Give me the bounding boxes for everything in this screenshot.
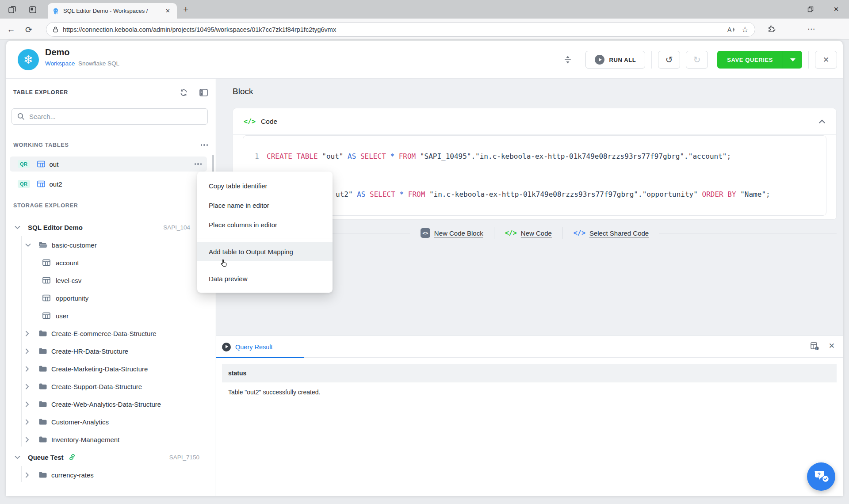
query-result-panel: Query Result i ✕ status Table "out2" suc… bbox=[216, 336, 843, 496]
tree-folder-item[interactable]: Create-HR-Data-Structure bbox=[6, 342, 215, 360]
chevron-right-icon[interactable] bbox=[25, 331, 29, 336]
tree-folder-item[interactable]: Create-Web-Analytics-Data-Structure bbox=[6, 395, 215, 413]
divider-line bbox=[659, 233, 837, 233]
collapse-code-icon[interactable] bbox=[818, 119, 826, 124]
folder-icon bbox=[38, 471, 47, 478]
working-table-row[interactable]: QRout bbox=[10, 157, 207, 172]
svg-text:i: i bbox=[816, 347, 817, 350]
query-result-tab[interactable]: Query Result bbox=[216, 336, 304, 358]
tree-folder-item[interactable]: Create-Support-Data-Structure bbox=[6, 378, 215, 395]
run-all-button[interactable]: RUN ALL bbox=[585, 51, 645, 69]
undo-button[interactable]: ↺ bbox=[658, 51, 680, 69]
chevron-down-icon[interactable] bbox=[25, 243, 31, 247]
help-chat-button[interactable]: ? bbox=[807, 462, 835, 491]
query-play-icon bbox=[222, 343, 231, 351]
url-bar[interactable]: https://connection.keboola.com/admin/pro… bbox=[46, 22, 755, 37]
tree-folder-item[interactable]: Create-Marketing-Data-Structure bbox=[6, 360, 215, 378]
tree-project-item[interactable]: Queue TestSAPI_7150 bbox=[6, 448, 215, 466]
working-tables-menu-icon[interactable] bbox=[201, 144, 208, 146]
tab-actions-icon[interactable] bbox=[27, 4, 38, 15]
workspace-breadcrumb-link[interactable]: Workspace bbox=[45, 60, 75, 67]
chevron-right-icon[interactable] bbox=[25, 366, 29, 372]
folder-icon bbox=[38, 365, 47, 372]
result-column-header: status bbox=[222, 364, 837, 382]
tree-folder-item[interactable]: basic-customer bbox=[6, 236, 215, 254]
working-table-row[interactable]: QRout2 bbox=[10, 176, 207, 191]
chevron-down-icon[interactable] bbox=[15, 455, 20, 459]
tree-table-item[interactable]: opportunity bbox=[6, 289, 215, 307]
close-result-icon[interactable]: ✕ bbox=[829, 341, 835, 351]
folder-icon bbox=[38, 401, 47, 408]
favorites-star-icon[interactable]: ☆ bbox=[742, 25, 749, 34]
close-workspace-button[interactable]: ✕ bbox=[815, 51, 837, 69]
tab-close-icon[interactable]: ✕ bbox=[163, 7, 172, 15]
redo-button[interactable]: ↻ bbox=[686, 51, 708, 69]
browser-tab[interactable]: SQL Editor Demo - Workspaces / ✕ bbox=[48, 3, 177, 19]
tree-table-item[interactable]: account bbox=[6, 254, 215, 271]
tree-table-item[interactable]: user bbox=[6, 307, 215, 325]
chevron-right-icon[interactable] bbox=[25, 401, 29, 407]
tree-table-item[interactable]: level-csv bbox=[6, 271, 215, 289]
chevron-right-icon[interactable] bbox=[25, 419, 29, 425]
search-input[interactable] bbox=[29, 113, 202, 120]
chevron-right-icon[interactable] bbox=[25, 472, 29, 478]
url-text[interactable]: https://connection.keboola.com/admin/pro… bbox=[63, 26, 722, 33]
split-view-icon[interactable] bbox=[564, 55, 572, 64]
tree-project-item[interactable]: SQL Editor DemoSAPI_104 bbox=[6, 218, 215, 236]
new-tab-button[interactable]: + bbox=[183, 4, 188, 15]
code-icon: </> bbox=[244, 118, 256, 126]
folder-open-icon bbox=[38, 241, 48, 248]
refresh-tables-icon[interactable] bbox=[180, 89, 188, 96]
shared-code-icon: </> bbox=[574, 229, 585, 237]
context-menu-item[interactable]: Copy table identifier bbox=[197, 176, 333, 195]
tree-folder-item[interactable]: currency-rates bbox=[6, 466, 215, 484]
browser-urlrow: ← ⟳ https://connection.keboola.com/admin… bbox=[0, 19, 849, 40]
sql-code-line[interactable]: 1CREATE TABLE "out" AS SELECT * FROM "SA… bbox=[243, 152, 826, 161]
browser-menu-icon[interactable]: ⋯ bbox=[807, 24, 815, 34]
action-link[interactable]: </>New Code bbox=[505, 229, 552, 237]
context-menu-item[interactable]: Data preview bbox=[197, 269, 333, 288]
workspaces-icon[interactable] bbox=[7, 4, 18, 15]
read-aloud-icon[interactable]: A bbox=[727, 26, 736, 33]
tree-folder-item[interactable]: Create-E-commerce-Data-Structure bbox=[6, 325, 215, 342]
table-icon bbox=[37, 160, 45, 168]
context-menu-item[interactable]: Place name in editor bbox=[197, 195, 333, 215]
refresh-icon[interactable]: ⟳ bbox=[23, 24, 34, 35]
back-icon[interactable]: ← bbox=[5, 24, 17, 35]
context-menu-item[interactable]: Place columns in editor bbox=[197, 215, 333, 234]
tree-guide-line bbox=[33, 255, 33, 323]
tree-folder-item[interactable]: Inventory-Management bbox=[6, 431, 215, 448]
tree-folder-item[interactable]: Customer-Analytics bbox=[6, 413, 215, 431]
action-link[interactable]: </>Select Shared Code bbox=[574, 229, 649, 237]
workspace-title: Demo bbox=[45, 47, 70, 57]
extensions-icon[interactable] bbox=[767, 24, 776, 34]
result-table: status Table "out2" successfully created… bbox=[222, 364, 837, 402]
project-id-badge: SAPI_104 bbox=[163, 224, 190, 231]
vertical-divider bbox=[562, 227, 563, 239]
window-restore-button[interactable] bbox=[798, 0, 823, 19]
collapse-panel-icon[interactable] bbox=[199, 89, 208, 96]
chevron-right-icon[interactable] bbox=[25, 348, 29, 354]
chevron-right-icon[interactable] bbox=[25, 437, 29, 443]
chevron-down-icon[interactable] bbox=[15, 225, 20, 229]
project-id-badge: SAPI_7150 bbox=[169, 454, 199, 461]
window-close-button[interactable]: ✕ bbox=[823, 0, 849, 19]
save-queries-button[interactable]: SAVE QUERIES bbox=[717, 51, 802, 69]
action-link[interactable]: <>New Code Block bbox=[421, 228, 483, 238]
tree-guide-line bbox=[21, 236, 22, 447]
qr-badge: QR bbox=[18, 180, 30, 188]
export-result-icon[interactable]: i bbox=[810, 342, 819, 351]
menu-divider bbox=[197, 265, 333, 265]
chevron-right-icon[interactable] bbox=[25, 384, 29, 389]
working-tables-label: WORKING TABLES bbox=[13, 142, 201, 148]
working-table-label: out2 bbox=[50, 180, 62, 188]
window-minimize-button[interactable]: ─ bbox=[772, 0, 798, 19]
save-dropdown-caret[interactable] bbox=[783, 51, 802, 69]
search-box[interactable] bbox=[11, 108, 208, 125]
context-menu-item[interactable]: Add table to Output Mapping bbox=[197, 242, 333, 261]
linked-project-icon bbox=[68, 453, 76, 461]
table-row-menu-icon[interactable] bbox=[195, 163, 202, 165]
browser-tabstrip: SQL Editor Demo - Workspaces / ✕ + ─ ✕ bbox=[0, 0, 849, 19]
lock-icon bbox=[53, 26, 58, 33]
svg-text:?: ? bbox=[818, 472, 821, 478]
